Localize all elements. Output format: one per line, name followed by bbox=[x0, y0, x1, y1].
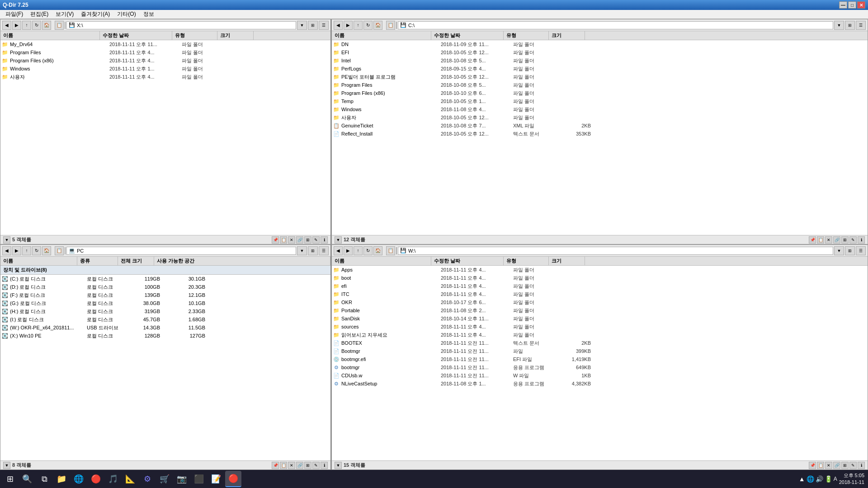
status-pin-tr[interactable]: 📌 bbox=[809, 236, 816, 244]
nav-refresh-btn-tr[interactable]: ↻ bbox=[363, 21, 373, 30]
nav-back-btn-br[interactable]: ◀ bbox=[334, 246, 343, 255]
status-pin-br[interactable]: 📌 bbox=[809, 462, 816, 469]
view-list-tl[interactable]: ☰ bbox=[319, 21, 329, 30]
status-info-tr[interactable]: ℹ bbox=[858, 236, 865, 244]
nav-refresh-btn-br[interactable]: ↻ bbox=[363, 246, 373, 255]
table-row[interactable]: 📁 Portable 2018-11-08 오후 2... 파일 폴더 bbox=[332, 306, 868, 314]
nav-refresh-btn-tl[interactable]: ↻ bbox=[32, 21, 41, 30]
table-row[interactable]: 💽 (W:) OKR-PE_x64_201811... USB 드라이브 14.… bbox=[0, 324, 330, 332]
tray-network[interactable]: 🌐 bbox=[807, 475, 814, 483]
nav-home-btn-bl[interactable]: 🏠 bbox=[42, 246, 51, 255]
status-link-br[interactable]: 🔗 bbox=[833, 462, 840, 469]
table-row[interactable]: 📁 Windows 2018-11-08 오후 4... 파일 폴더 bbox=[332, 105, 868, 113]
close-button[interactable]: ✕ bbox=[857, 1, 865, 9]
status-copy-br[interactable]: 📋 bbox=[817, 462, 824, 469]
nav-fwd-btn-tl[interactable]: ▶ bbox=[12, 21, 21, 30]
status-link-tl[interactable]: 🔗 bbox=[296, 236, 303, 244]
status-info-br[interactable]: ℹ bbox=[858, 462, 865, 469]
taskbar-app-qdir[interactable]: 🔴 bbox=[225, 471, 241, 487]
status-edit-bl[interactable]: ✎ bbox=[312, 462, 320, 469]
table-row[interactable]: 📁 My_Drv64 2018-11-11 오후 11... 파일 폴더 bbox=[0, 40, 330, 48]
nav-back-btn-tr[interactable]: ◀ bbox=[334, 21, 343, 30]
nav-fwd-btn-bl[interactable]: ▶ bbox=[12, 246, 21, 255]
nav-copy-btn-bl[interactable]: 📋 bbox=[55, 246, 64, 255]
table-row[interactable]: 📁 SanDisk 2018-10-14 오후 11... 파일 폴더 bbox=[332, 314, 868, 323]
table-row[interactable]: 📁 PE빌더 포터블 프로그램 2018-10-05 오후 12... 파일 폴… bbox=[332, 73, 868, 81]
status-edit-tl[interactable]: ✎ bbox=[312, 236, 320, 244]
col-type-tl[interactable]: 유형 bbox=[172, 31, 217, 40]
view-list-bl[interactable]: ☰ bbox=[319, 246, 329, 255]
table-row[interactable]: 📁 Temp 2018-10-05 오후 1... 파일 폴더 bbox=[332, 97, 868, 105]
nav-up-btn-tl[interactable]: ↑ bbox=[22, 21, 31, 30]
file-list-br[interactable]: 📁 Apps 2018-11-11 오후 4... 파일 폴더 📁 boot 2… bbox=[332, 266, 868, 460]
path-box-tr[interactable]: 💾 C:\ bbox=[398, 21, 833, 29]
status-del-br[interactable]: ✕ bbox=[825, 462, 832, 469]
start-button[interactable]: ⊞ bbox=[2, 471, 18, 487]
table-row[interactable]: 💽 (G:) 로컬 디스크 로컬 디스크 38.0GB 10.1GB bbox=[0, 299, 330, 307]
view-dropdown-tl[interactable]: ▼ bbox=[297, 21, 307, 30]
menu-view[interactable]: 보기(V) bbox=[52, 9, 77, 19]
table-row[interactable]: 📁 EFI 2018-10-05 오후 12... 파일 폴더 bbox=[332, 48, 868, 56]
status-del-tl[interactable]: ✕ bbox=[288, 236, 295, 244]
nav-fwd-btn-tr[interactable]: ▶ bbox=[344, 21, 353, 30]
file-list-tl[interactable]: 📁 My_Drv64 2018-11-11 오후 11... 파일 폴더 📁 P… bbox=[0, 40, 330, 235]
nav-up-btn-tr[interactable]: ↑ bbox=[354, 21, 363, 30]
path-box-tl[interactable]: 💾 X:\ bbox=[66, 21, 296, 29]
status-dual-bl[interactable]: ⊞ bbox=[304, 462, 311, 469]
status-link-tr[interactable]: 🔗 bbox=[833, 236, 840, 244]
col-type-bl[interactable]: 종류 bbox=[77, 257, 118, 265]
table-row[interactable]: 📄 BOOTEX 2018-11-11 오전 11... 텍스트 문서 2KB bbox=[332, 339, 868, 347]
taskbar-app-calc[interactable]: 📐 bbox=[122, 471, 138, 487]
menu-file[interactable]: 파일(F) bbox=[2, 9, 27, 19]
tray-volume[interactable]: 🔊 bbox=[816, 475, 823, 483]
status-edit-tr[interactable]: ✎ bbox=[849, 236, 857, 244]
table-row[interactable]: 📁 Program Files (x86) 2018-11-11 오후 4...… bbox=[0, 56, 330, 65]
status-copy-tr[interactable]: 📋 bbox=[817, 236, 824, 244]
status-link-bl[interactable]: 🔗 bbox=[296, 462, 303, 469]
nav-copy-btn-tr[interactable]: 📋 bbox=[386, 21, 395, 30]
taskbar-app-photos[interactable]: 📷 bbox=[174, 471, 190, 487]
nav-back-btn-bl[interactable]: ◀ bbox=[2, 246, 11, 255]
taskbar-app-settings[interactable]: ⚙ bbox=[139, 471, 156, 487]
table-row[interactable]: 📁 사용자 2018-11-11 오후 4... 파일 폴더 bbox=[0, 73, 330, 81]
table-row[interactable]: 📁 boot 2018-11-11 오후 4... 파일 폴더 bbox=[332, 274, 868, 282]
tray-chevron[interactable]: ▲ bbox=[799, 475, 805, 483]
table-row[interactable]: 📁 Program Files 2018-11-11 오후 4... 파일 폴더 bbox=[0, 48, 330, 56]
view-dropdown-br[interactable]: ▼ bbox=[834, 246, 844, 255]
table-row[interactable]: 📋 GenuineTicket 2018-10-08 오후 7... XML 파… bbox=[332, 122, 868, 130]
table-row[interactable]: ⚙ bootmgr 2018-11-11 오전 11... 응용 프로그램 64… bbox=[332, 363, 868, 371]
nav-copy-btn-tl[interactable]: 📋 bbox=[55, 21, 64, 30]
taskbar-app-edge[interactable]: 🌐 bbox=[71, 471, 87, 487]
table-row[interactable]: 📁 Program Files 2018-10-08 오후 5... 파일 폴더 bbox=[332, 81, 868, 89]
table-row[interactable]: 💽 (C:) 로컬 디스크 로컬 디스크 119GB 30.1GB bbox=[0, 275, 330, 283]
table-row[interactable]: 📁 sources 2018-11-11 오후 4... 파일 폴더 bbox=[332, 323, 868, 331]
nav-home-btn-br[interactable]: 🏠 bbox=[373, 246, 382, 255]
col-name-bl[interactable]: 이름 bbox=[0, 257, 77, 265]
col-name-tr[interactable]: 이름 bbox=[332, 31, 431, 40]
table-row[interactable]: 📁 Apps 2018-11-11 오후 4... 파일 폴더 bbox=[332, 266, 868, 274]
col-date-tl[interactable]: 수정한 날짜 bbox=[100, 31, 172, 40]
table-row[interactable]: 📁 Program Files (x86) 2018-10-10 오후 6...… bbox=[332, 89, 868, 97]
table-row[interactable]: 📁 사용자 2018-10-05 오후 12... 파일 폴더 bbox=[332, 113, 868, 122]
search-button[interactable]: 🔍 bbox=[19, 471, 35, 487]
status-del-tr[interactable]: ✕ bbox=[825, 236, 832, 244]
view-list-tr[interactable]: ☰ bbox=[856, 21, 866, 30]
col-free-bl[interactable]: 사용 가능한 공간 bbox=[154, 257, 330, 265]
status-menu-tl[interactable]: ▼ bbox=[3, 236, 10, 244]
col-size-tr[interactable]: 크기 bbox=[549, 31, 585, 40]
menu-other[interactable]: 기타(O) bbox=[113, 9, 139, 19]
col-date-br[interactable]: 수정한 날짜 bbox=[431, 257, 504, 265]
status-pin-bl[interactable]: 📌 bbox=[272, 462, 279, 469]
nav-back-btn-tl[interactable]: ◀ bbox=[2, 21, 11, 30]
menu-favorites[interactable]: 즐겨찾기(A) bbox=[77, 9, 113, 19]
table-row[interactable]: 📁 efi 2018-11-11 오후 4... 파일 폴더 bbox=[332, 282, 868, 290]
taskbar-app-store[interactable]: 🛒 bbox=[156, 471, 173, 487]
nav-home-btn-tl[interactable]: 🏠 bbox=[42, 21, 51, 30]
col-type-br[interactable]: 유형 bbox=[504, 257, 549, 265]
col-size-tl[interactable]: 크기 bbox=[217, 31, 254, 40]
taskbar-app-terminal[interactable]: ⬛ bbox=[191, 471, 207, 487]
taskbar-app-notepad[interactable]: 📝 bbox=[208, 471, 224, 487]
col-size-br[interactable]: 크기 bbox=[549, 257, 585, 265]
table-row[interactable]: 📁 OKR 2018-10-17 오후 6... 파일 폴더 bbox=[332, 298, 868, 306]
status-pin-tl[interactable]: 📌 bbox=[272, 236, 279, 244]
